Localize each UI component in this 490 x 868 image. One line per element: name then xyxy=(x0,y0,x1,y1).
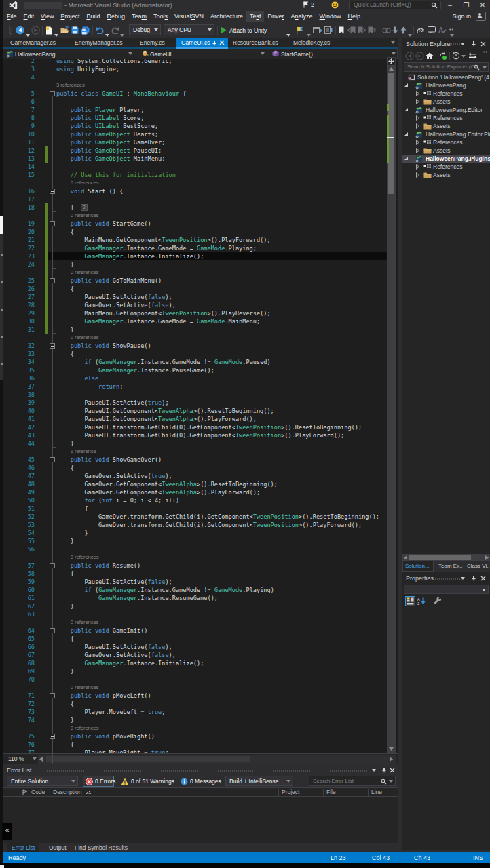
categorized-view-button[interactable] xyxy=(405,596,415,606)
properties-title-bar[interactable]: Properties xyxy=(402,573,490,584)
close-icon[interactable] xyxy=(390,768,395,773)
solution-explorer-search-input[interactable]: Search Solution Explorer (Ctr xyxy=(404,62,489,72)
feedback-smiley-icon[interactable] xyxy=(331,1,339,9)
zoom-level-dropdown[interactable]: 110 % xyxy=(3,754,40,764)
collapse-region-box[interactable] xyxy=(50,221,55,226)
collapse-region-box[interactable] xyxy=(50,457,55,462)
back-button[interactable] xyxy=(405,52,414,60)
tree-item-halloweenpang-plugins[interactable]: HalloweenPang.Plugins xyxy=(402,155,490,163)
codelens-references[interactable]: 0 references xyxy=(71,180,99,186)
codelens-references[interactable]: 0 references xyxy=(71,269,99,275)
menu-build[interactable]: Build xyxy=(83,11,103,22)
tree-item-assets[interactable]: Assets xyxy=(402,146,490,155)
sync-with-active-document-button[interactable] xyxy=(438,52,447,60)
scroll-left-arrow[interactable] xyxy=(404,555,407,560)
menu-driver[interactable]: Driver xyxy=(264,11,287,22)
properties-object-dropdown[interactable] xyxy=(404,585,489,594)
open-file-button[interactable] xyxy=(60,24,69,36)
attach-to-unity-play-icon[interactable] xyxy=(221,24,227,36)
user-avatar-icon[interactable] xyxy=(476,12,486,21)
comment-button[interactable] xyxy=(428,24,436,36)
menu-team[interactable]: Team xyxy=(128,11,150,22)
sign-in-link[interactable]: Sign in xyxy=(452,13,471,20)
pending-changes-filter-button[interactable] xyxy=(452,52,460,60)
collapse-region-box[interactable] xyxy=(50,734,55,739)
collapse-chevron-overlay[interactable]: « xyxy=(2,823,12,840)
panel-tab-team-ex-[interactable]: Team Ex... xyxy=(436,561,463,572)
document-tab-gamemanager-cs[interactable]: GameManager.cs xyxy=(5,38,70,47)
menu-tools[interactable]: Tools xyxy=(150,11,171,22)
navigate-forward-button[interactable] xyxy=(31,24,40,36)
collapse-region-box[interactable] xyxy=(50,189,55,194)
tree-item-references[interactable]: References xyxy=(402,163,490,171)
chevron-down-icon[interactable] xyxy=(389,780,393,783)
column-header-project[interactable]: Project xyxy=(282,789,299,795)
notifications-flag-icon[interactable]: 2 xyxy=(303,1,318,9)
column-header-description[interactable]: Description xyxy=(53,789,82,795)
warnings-filter-button[interactable]: 0 of 51 Warnings xyxy=(119,776,174,787)
panel-tab-solution-[interactable]: Solution... xyxy=(402,561,434,572)
preview-window-button[interactable] xyxy=(313,24,322,36)
chevron-down-icon[interactable] xyxy=(482,589,486,591)
expander-open-icon[interactable] xyxy=(404,132,408,136)
close-tab-icon[interactable] xyxy=(219,40,225,45)
document-tab-resourcebank-cs[interactable]: ResourceBank.cs xyxy=(228,38,288,47)
navbar-member-dropdown[interactable]: StartGame() xyxy=(269,49,398,59)
codelens-references[interactable]: 0 references xyxy=(71,619,99,625)
collapse-region-box[interactable] xyxy=(50,278,55,283)
expander-open-icon[interactable] xyxy=(404,157,408,160)
error-scope-dropdown[interactable]: Entire Solution xyxy=(7,776,78,786)
menu-visualsvn[interactable]: VisualSVN xyxy=(171,11,207,22)
column-header-code[interactable]: Code xyxy=(31,789,45,795)
collapse-region-box[interactable] xyxy=(50,343,55,349)
expander-open-icon[interactable] xyxy=(404,83,408,87)
menu-analyze[interactable]: Analyze xyxy=(288,11,316,22)
property-pages-wrench-icon[interactable] xyxy=(434,597,442,605)
codelens-references[interactable]: 1 reference xyxy=(71,448,96,454)
pin-icon[interactable] xyxy=(381,767,387,773)
close-icon[interactable] xyxy=(480,41,486,47)
menu-project[interactable]: Project xyxy=(57,11,83,22)
error-list-title-bar[interactable]: Error List xyxy=(3,765,398,776)
tree-item-references[interactable]: References xyxy=(402,90,490,98)
editor-horizontal-scrollbar[interactable] xyxy=(38,755,396,764)
window-position-chevron-icon[interactable] xyxy=(372,769,376,772)
panel-splitter[interactable] xyxy=(398,38,402,852)
error-source-filter-dropdown[interactable]: Build + IntelliSense xyxy=(225,776,293,786)
navbar-project-dropdown[interactable]: HalloweenPang xyxy=(3,49,138,59)
document-tab-enemymanager-cs[interactable]: EnemyManager.cs xyxy=(70,38,135,47)
error-list-search-input[interactable]: Search Error List xyxy=(309,776,396,786)
panel-tab-error-list[interactable]: Error List xyxy=(7,843,39,852)
tree-item-assets[interactable]: Assets xyxy=(402,171,490,179)
show-output-window-button[interactable] xyxy=(324,24,333,36)
find-references-button[interactable] xyxy=(382,24,391,36)
navigate-back-button[interactable] xyxy=(16,24,24,36)
document-tab-gameui-cs[interactable]: GameUI.cs xyxy=(176,38,228,47)
toggle-bookmark-button[interactable] xyxy=(339,24,344,36)
pin-icon[interactable] xyxy=(471,41,476,47)
solution-explorer-title-bar[interactable]: Solution Explorer xyxy=(402,39,490,50)
window-position-chevron-icon[interactable] xyxy=(461,577,465,580)
tree-item-assets[interactable]: Assets xyxy=(402,98,490,106)
pin-icon[interactable] xyxy=(471,575,476,581)
save-all-button[interactable] xyxy=(81,24,90,36)
solution-explorer-horizontal-scrollbar[interactable] xyxy=(402,554,490,561)
codelens-references[interactable]: 0 references xyxy=(71,725,99,731)
code-metrics-button[interactable] xyxy=(417,24,425,36)
scroll-right-arrow[interactable] xyxy=(485,555,489,560)
panel-tab-class-vi-[interactable]: Class Vi... xyxy=(465,561,490,572)
close-icon[interactable] xyxy=(480,576,486,581)
text-edit-button[interactable]: A xyxy=(438,24,447,36)
scroll-right-arrow[interactable] xyxy=(390,757,393,762)
close-button[interactable]: ✕ xyxy=(475,0,490,10)
platform-dropdown[interactable]: Any CPU xyxy=(164,24,214,35)
split-window-handle[interactable] xyxy=(387,57,396,66)
navigate-up-button[interactable] xyxy=(400,24,407,36)
codelens-references[interactable]: 0 references xyxy=(71,684,99,690)
tree-item-halloweenpang-editor-plug[interactable]: HalloweenPang.Editor.Plug xyxy=(402,130,490,138)
chevron-down-icon[interactable] xyxy=(461,55,466,58)
scroll-up-arrow[interactable] xyxy=(387,66,396,73)
vertical-scrollbar-thumb[interactable] xyxy=(388,73,394,194)
window-position-chevron-icon[interactable] xyxy=(461,43,465,45)
tab-list-chevron-icon[interactable] xyxy=(391,41,395,44)
